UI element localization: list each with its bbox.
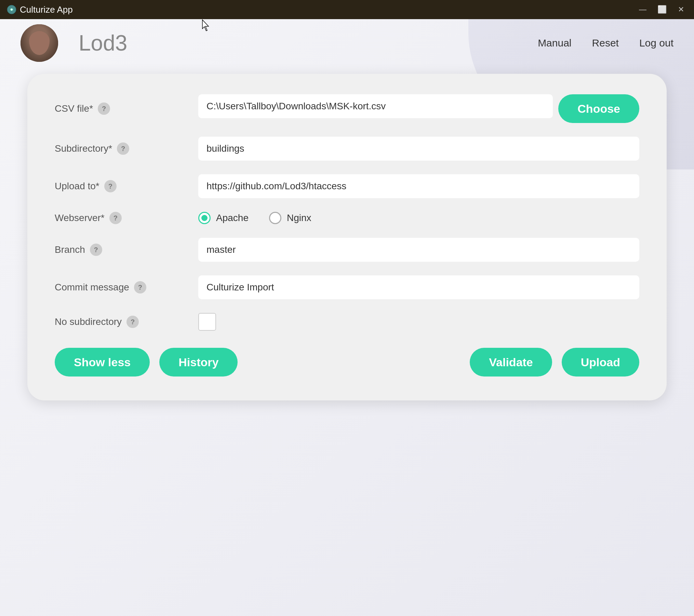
page-title: Lod3: [79, 30, 127, 56]
choose-button[interactable]: Choose: [558, 94, 639, 123]
right-actions: Validate Upload: [470, 348, 639, 377]
commit-message-input[interactable]: [198, 275, 639, 299]
no-subdirectory-checkbox[interactable]: [198, 313, 216, 331]
webserver-radio-group: Apache Nginx: [198, 212, 311, 224]
minimize-button[interactable]: —: [637, 3, 649, 16]
apache-radio-circle[interactable]: [198, 212, 211, 224]
avatar-face: [29, 31, 50, 55]
upload-to-input[interactable]: [198, 174, 639, 198]
form-actions: Show less History Validate Upload: [55, 348, 639, 377]
webserver-label: Webserver* ?: [55, 212, 198, 224]
commit-message-label: Commit message ?: [55, 281, 198, 293]
subdirectory-row: Subdirectory* ?: [55, 137, 639, 161]
csv-help-icon[interactable]: ?: [98, 102, 110, 115]
commit-help-icon[interactable]: ?: [134, 281, 146, 293]
logout-link[interactable]: Log out: [639, 37, 673, 49]
app-icon: [7, 5, 16, 14]
app-header: Lod3 Manual Reset Log out: [0, 19, 694, 67]
webserver-help-icon[interactable]: ?: [109, 212, 122, 224]
avatar-image: [21, 24, 58, 62]
commit-message-row: Commit message ?: [55, 275, 639, 299]
nginx-radio-circle[interactable]: [269, 212, 281, 224]
main-card: CSV file* ? Choose Subdirectory* ? Uploa…: [27, 74, 667, 400]
avatar: [21, 24, 58, 62]
close-button[interactable]: ✕: [675, 3, 687, 16]
reset-link[interactable]: Reset: [592, 37, 619, 49]
validate-button[interactable]: Validate: [470, 348, 552, 377]
branch-label: Branch ?: [55, 244, 198, 256]
titlebar: Culturize App — ⬜ ✕: [0, 0, 694, 19]
webserver-row: Webserver* ? Apache Nginx: [55, 212, 639, 224]
branch-input[interactable]: [198, 238, 639, 262]
apache-radio-option[interactable]: Apache: [198, 212, 249, 224]
apache-radio-dot: [201, 215, 208, 221]
upload-to-row: Upload to* ?: [55, 174, 639, 198]
no-subdirectory-label: No subdirectory ?: [55, 316, 198, 328]
header-nav: Manual Reset Log out: [538, 37, 673, 49]
no-subdirectory-help-icon[interactable]: ?: [126, 316, 139, 328]
window-controls: — ⬜ ✕: [637, 3, 687, 16]
csv-file-row: CSV file* ? Choose: [55, 94, 639, 123]
csv-file-label: CSV file* ?: [55, 102, 198, 115]
branch-row: Branch ?: [55, 238, 639, 262]
show-less-button[interactable]: Show less: [55, 348, 150, 377]
no-subdirectory-row: No subdirectory ?: [55, 313, 639, 331]
csv-input-wrap: Choose: [198, 94, 639, 123]
svg-point-1: [11, 9, 13, 11]
apache-label: Apache: [216, 213, 249, 223]
nginx-radio-option[interactable]: Nginx: [269, 212, 311, 224]
csv-file-input[interactable]: [198, 94, 553, 118]
subdirectory-help-icon[interactable]: ?: [117, 142, 129, 155]
branch-help-icon[interactable]: ?: [90, 244, 102, 256]
subdirectory-label: Subdirectory* ?: [55, 142, 198, 155]
subdirectory-input[interactable]: [198, 137, 639, 161]
left-actions: Show less History: [55, 348, 238, 377]
app-background: Lod3 Manual Reset Log out CSV file* ? Ch…: [0, 19, 694, 616]
upload-to-help-icon[interactable]: ?: [104, 180, 117, 192]
history-button[interactable]: History: [159, 348, 238, 377]
upload-button[interactable]: Upload: [562, 348, 639, 377]
upload-to-label: Upload to* ?: [55, 180, 198, 192]
maximize-button[interactable]: ⬜: [656, 3, 668, 16]
manual-link[interactable]: Manual: [538, 37, 571, 49]
app-title: Culturize App: [20, 4, 73, 15]
nginx-label: Nginx: [287, 213, 311, 223]
